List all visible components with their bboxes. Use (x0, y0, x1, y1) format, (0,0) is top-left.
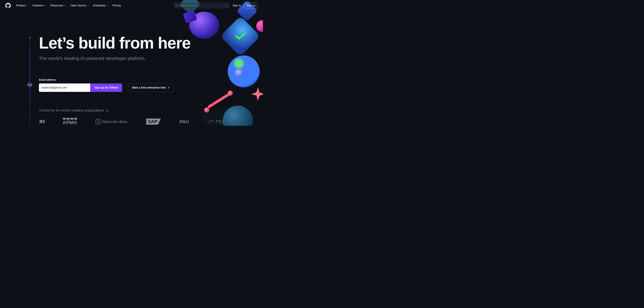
chevron-down-icon (26, 4, 28, 7)
signup-form: Email address Sign up for GitHub Start a… (39, 78, 174, 92)
sign-in-link[interactable]: Sign in (232, 4, 241, 7)
decorative-star-icon (251, 87, 263, 101)
sign-up-button[interactable]: Sign up (244, 3, 258, 8)
code-icon (28, 82, 32, 87)
search-icon (176, 4, 178, 7)
arrow-down-right-icon (106, 109, 108, 112)
logo-pg: P&G (179, 119, 189, 124)
nav-item-product[interactable]: Product (15, 3, 30, 8)
logo-3m: 3M (39, 119, 44, 124)
nav-item-pricing[interactable]: Pricing (111, 3, 122, 8)
form-row: Sign up for GitHub Start a free enterpri… (39, 83, 174, 92)
svg-line-0 (106, 109, 108, 111)
nav-label: Open Source (70, 4, 86, 7)
chevron-down-icon (44, 4, 46, 7)
timeline-dot (29, 37, 31, 39)
start-enterprise-trial-button[interactable]: Start a free enterprise trial (128, 83, 174, 92)
hero-headline: Let’s build from here (39, 35, 206, 51)
timeline-node (26, 81, 34, 89)
logo-sap: SAP (146, 118, 161, 125)
trusted-text: Trusted by the world’s leading organizat… (39, 108, 104, 112)
logo-mercedes-benz: Mercedes-Benz (96, 119, 128, 124)
hero: Let’s build from here The world’s leadin… (39, 35, 206, 61)
hero-subhead: The world’s leading AI-powered developer… (39, 56, 206, 61)
nav-item-open-source[interactable]: Open Source (69, 3, 90, 8)
mercedes-star-icon (96, 119, 101, 124)
enterprise-button-label: Start a free enterprise trial (132, 86, 165, 89)
chevron-right-icon (167, 86, 170, 89)
chevron-down-icon (64, 4, 66, 7)
nav-label: Pricing (112, 4, 121, 7)
nav-item-solutions[interactable]: Solutions (31, 3, 48, 8)
decorative-mona-icon (228, 55, 260, 87)
search-shortcut-key: / (224, 4, 228, 7)
sign-up-github-button[interactable]: Sign up for GitHub (90, 83, 122, 92)
email-label: Email address (39, 78, 174, 81)
nav-label: Enterprise (93, 4, 106, 7)
decorative-sphere-icon (256, 20, 263, 32)
primary-nav: Product Solutions Resources Open Source … (15, 3, 122, 8)
header: Product Solutions Resources Open Source … (0, 0, 263, 11)
nav-label: Solutions (32, 4, 44, 7)
kpmg-bars-icon (63, 118, 77, 120)
github-logo-icon[interactable] (5, 3, 11, 8)
logo-kpmg: KPMG (63, 118, 77, 125)
trusted-line: Trusted by the world’s leading organizat… (39, 108, 108, 112)
nav-item-enterprise[interactable]: Enterprise (92, 3, 110, 8)
nav-label: Resources (50, 4, 63, 7)
chevron-down-icon (106, 4, 108, 7)
decorative-copilot-icon (189, 12, 219, 39)
search-box[interactable]: / (174, 3, 229, 9)
email-input-group: Sign up for GitHub (39, 83, 122, 92)
search-input[interactable] (178, 4, 224, 7)
decorative-check-shield-icon (220, 16, 260, 56)
nav-item-resources[interactable]: Resources (49, 3, 68, 8)
email-input[interactable] (39, 83, 90, 92)
chevron-down-icon (87, 4, 89, 7)
nav-label: Product (16, 4, 25, 7)
